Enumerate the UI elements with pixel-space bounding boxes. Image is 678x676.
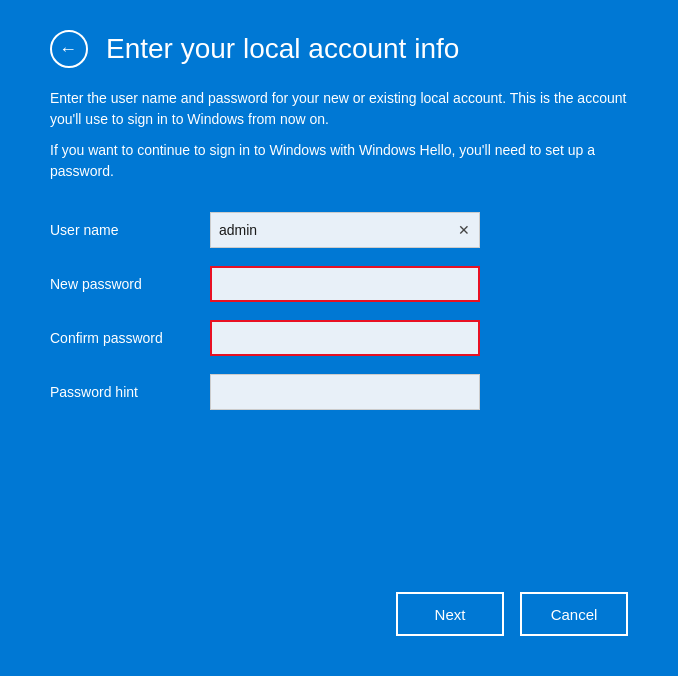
password-hint-input-wrapper bbox=[210, 374, 480, 410]
new-password-label: New password bbox=[50, 276, 210, 292]
username-field[interactable] bbox=[210, 212, 480, 248]
username-input-wrapper: ✕ bbox=[210, 212, 480, 248]
form-area: User name ✕ New password Confirm passwor… bbox=[50, 212, 628, 428]
main-container: ← Enter your local account info Enter th… bbox=[0, 0, 678, 676]
password-hint-field[interactable] bbox=[210, 374, 480, 410]
new-password-field[interactable] bbox=[210, 266, 480, 302]
password-hint-label: Password hint bbox=[50, 384, 210, 400]
confirm-password-input-wrapper bbox=[210, 320, 480, 356]
form-row-password-hint: Password hint bbox=[50, 374, 628, 410]
form-row-username: User name ✕ bbox=[50, 212, 628, 248]
back-arrow-icon: ← bbox=[59, 40, 77, 58]
confirm-password-field[interactable] bbox=[210, 320, 480, 356]
back-button[interactable]: ← bbox=[50, 30, 88, 68]
confirm-password-label: Confirm password bbox=[50, 330, 210, 346]
username-label: User name bbox=[50, 222, 210, 238]
form-row-new-password: New password bbox=[50, 266, 628, 302]
new-password-input-wrapper bbox=[210, 266, 480, 302]
description-line1: Enter the user name and password for you… bbox=[50, 88, 628, 130]
bottom-buttons: Next Cancel bbox=[50, 592, 628, 646]
form-row-confirm-password: Confirm password bbox=[50, 320, 628, 356]
page-title: Enter your local account info bbox=[106, 33, 459, 65]
next-button[interactable]: Next bbox=[396, 592, 504, 636]
header: ← Enter your local account info bbox=[50, 30, 628, 68]
cancel-button[interactable]: Cancel bbox=[520, 592, 628, 636]
description-line2: If you want to continue to sign in to Wi… bbox=[50, 140, 628, 182]
username-clear-button[interactable]: ✕ bbox=[454, 221, 474, 239]
